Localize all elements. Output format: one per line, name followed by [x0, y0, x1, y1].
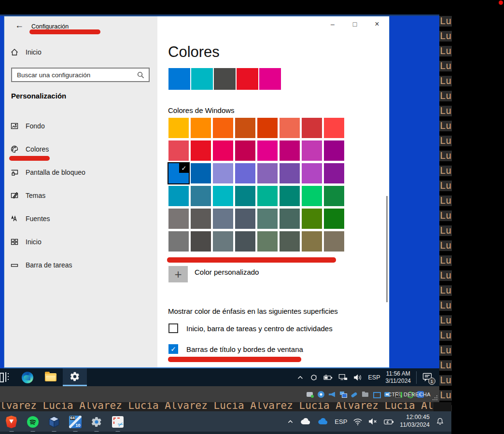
accent-color-swatch[interactable]	[280, 231, 300, 252]
scrollbar[interactable]	[386, 196, 388, 302]
onedrive-cloud-icon[interactable]	[317, 417, 329, 426]
usb-icon[interactable]	[350, 391, 358, 398]
accent-color-swatch[interactable]	[257, 186, 278, 206]
recent-color-swatch[interactable]	[191, 68, 213, 90]
resize-grip-icon[interactable]	[432, 394, 438, 401]
recent-color-swatch[interactable]	[214, 68, 236, 90]
minimize-button[interactable]: –	[322, 16, 344, 32]
accent-color-swatch[interactable]	[235, 140, 255, 161]
file-explorer-icon[interactable]	[45, 373, 56, 381]
accent-color-swatch[interactable]: ✓	[168, 163, 189, 183]
accent-color-swatch[interactable]	[302, 118, 322, 138]
sidebar-item-inicio[interactable]: Inicio	[4, 230, 157, 253]
checkbox-unchecked[interactable]	[168, 323, 178, 333]
back-icon[interactable]: ←	[13, 20, 26, 32]
accent-color-swatch[interactable]	[213, 186, 233, 206]
snipping-tool-icon[interactable]: ✂	[111, 415, 124, 429]
volume-icon[interactable]	[353, 374, 363, 381]
settings-app-active[interactable]	[63, 368, 87, 386]
display-icon[interactable]	[373, 391, 380, 398]
accent-color-swatch[interactable]	[213, 163, 233, 183]
accent-color-swatch[interactable]	[191, 209, 211, 229]
accent-color-swatch[interactable]	[257, 140, 278, 161]
accent-color-swatch[interactable]	[257, 209, 278, 229]
accent-color-swatch[interactable]	[280, 118, 300, 138]
accent-color-swatch[interactable]	[168, 118, 189, 138]
hidden-icons-chevron[interactable]	[296, 374, 304, 381]
accent-color-swatch[interactable]	[302, 186, 322, 206]
accent-color-swatch[interactable]	[191, 118, 211, 138]
clock[interactable]: 11:56 AM3/11/2024	[386, 370, 411, 385]
accent-color-swatch[interactable]	[257, 163, 278, 183]
network-icon[interactable]	[339, 391, 347, 398]
sidebar-item-temas[interactable]: Temas	[4, 184, 157, 207]
accent-color-swatch[interactable]	[280, 140, 300, 161]
search-icon[interactable]	[137, 71, 144, 79]
accent-color-swatch[interactable]	[324, 186, 344, 206]
language-indicator[interactable]: ESP	[368, 374, 380, 381]
battery-icon[interactable]	[384, 418, 394, 425]
volume-muted-icon[interactable]	[368, 418, 378, 425]
accent-color-swatch[interactable]	[257, 231, 278, 252]
custom-color-button[interactable]: +	[168, 266, 188, 282]
accent-color-swatch[interactable]	[280, 163, 300, 183]
accent-color-swatch[interactable]	[168, 209, 189, 229]
accent-color-swatch[interactable]	[257, 118, 278, 138]
language-indicator[interactable]: ESP	[335, 418, 347, 425]
shared-folders-icon[interactable]	[362, 391, 369, 398]
accent-color-swatch[interactable]	[235, 118, 255, 138]
accent-color-swatch[interactable]	[168, 231, 189, 252]
accent-color-swatch[interactable]	[324, 209, 344, 229]
sidebar-item-home[interactable]: Inicio	[10, 46, 42, 58]
accent-color-swatch[interactable]	[302, 209, 322, 229]
battery-icon[interactable]	[323, 374, 333, 381]
accent-color-swatch[interactable]	[235, 209, 255, 229]
close-button[interactable]: ×	[366, 16, 388, 32]
search-box[interactable]	[11, 68, 150, 82]
vm-windows-icon[interactable]: 6410	[69, 415, 82, 429]
brave-icon[interactable]	[5, 415, 18, 429]
accent-color-swatch[interactable]	[213, 140, 233, 161]
accent-color-swatch[interactable]	[191, 186, 211, 206]
accent-color-swatch[interactable]	[191, 231, 211, 252]
accent-color-swatch[interactable]	[213, 209, 233, 229]
accent-color-swatch[interactable]	[168, 186, 189, 206]
accent-color-swatch[interactable]	[302, 140, 322, 161]
taskview-icon-partial[interactable]	[0, 372, 6, 382]
hard-disk-icon[interactable]	[306, 391, 314, 398]
recent-color-swatch[interactable]	[237, 68, 258, 90]
virtualbox-icon[interactable]	[47, 415, 60, 429]
hidden-icons-chevron[interactable]	[287, 418, 294, 425]
settings-icon[interactable]	[90, 415, 103, 429]
bell-icon[interactable]	[435, 417, 445, 426]
recent-color-swatch[interactable]	[259, 68, 281, 90]
accent-color-swatch[interactable]	[168, 140, 189, 161]
accent-color-swatch[interactable]	[280, 209, 300, 229]
sidebar-item-fondo[interactable]: Fondo	[4, 114, 157, 138]
spotify-icon[interactable]	[26, 415, 39, 429]
accent-color-swatch[interactable]	[324, 231, 344, 252]
accent-color-swatch[interactable]	[324, 140, 344, 161]
tray-circle-icon[interactable]	[309, 373, 318, 382]
checkbox-checked[interactable]: ✓	[168, 344, 178, 354]
sidebar-item-fuentes[interactable]: Fuentes	[4, 207, 157, 230]
wifi-icon[interactable]	[353, 418, 363, 426]
accent-color-swatch[interactable]	[213, 118, 233, 138]
accent-color-swatch[interactable]	[302, 231, 322, 252]
accent-color-swatch[interactable]	[191, 140, 211, 161]
accent-color-swatch[interactable]	[213, 231, 233, 252]
sidebar-item-barra-de-tareas[interactable]: Barra de tareas	[4, 253, 157, 277]
accent-color-swatch[interactable]	[324, 118, 344, 138]
accent-color-swatch[interactable]	[280, 186, 300, 206]
accent-color-swatch[interactable]	[191, 163, 211, 183]
accent-color-swatch[interactable]	[235, 186, 255, 206]
network-icon[interactable]	[338, 373, 348, 381]
optical-disk-icon[interactable]	[317, 391, 325, 398]
recent-color-swatch[interactable]	[168, 68, 190, 90]
maximize-button[interactable]: □	[344, 16, 366, 32]
clock[interactable]: 12:00:4511/03/2024	[400, 414, 430, 429]
audio-icon[interactable]	[328, 391, 336, 398]
accent-color-swatch[interactable]	[235, 163, 255, 183]
action-center-icon[interactable]: 1	[422, 372, 434, 383]
accent-color-swatch[interactable]	[302, 163, 322, 183]
